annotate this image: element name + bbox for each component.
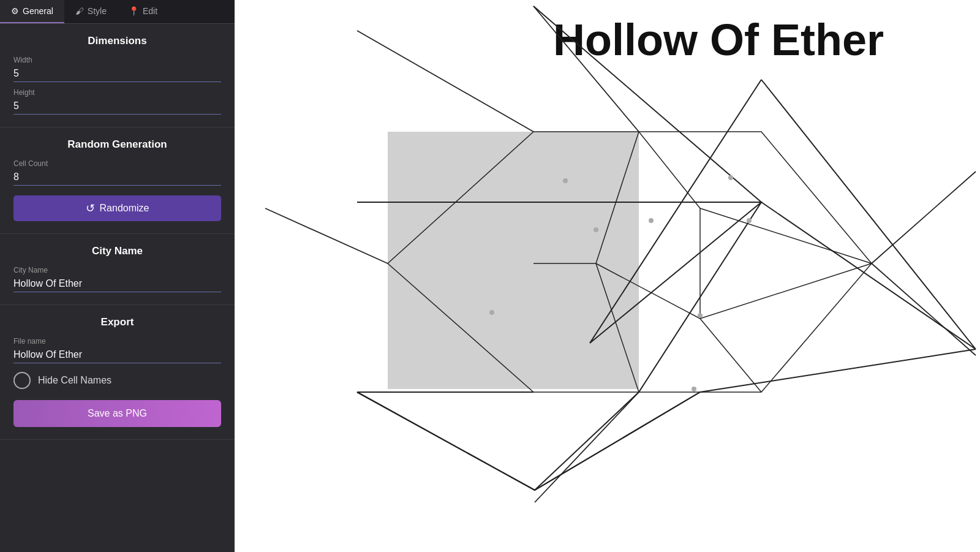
random-generation-section: Random Generation Cell Count ↺ Randomize [0,127,235,234]
height-input[interactable] [13,99,221,115]
tab-bar: ⚙ General 🖌 Style 📍 Edit [0,0,235,24]
width-label: Width [13,56,221,64]
star-arm-4 [872,263,976,355]
randomize-label: Randomize [100,203,149,214]
seed-dot-3 [594,227,598,232]
edit-icon: 📍 [129,6,139,16]
export-section: Export File name Hide Cell Names Save as… [0,305,235,440]
cell-line-9 [700,263,872,319]
tab-style-label: Style [88,6,107,16]
height-label: Height [13,88,221,97]
hide-cell-names-checkbox[interactable] [13,372,31,389]
star-arm-7 [265,208,388,263]
canvas-city-title: Hollow Of Ether [553,15,884,64]
tab-style[interactable]: 🖌 Style [64,0,118,23]
seed-dot-8 [692,387,696,391]
style-icon: 🖌 [75,6,84,16]
dimensions-title: Dimensions [13,35,221,47]
tab-edit[interactable]: 📍 Edit [118,0,168,23]
randomize-button[interactable]: ↺ Randomize [13,195,221,221]
star-arm-3 [872,172,976,263]
save-as-png-button[interactable]: Save as PNG [13,400,221,427]
seed-dot-2 [728,175,733,180]
star-arm-5 [535,392,639,502]
file-name-input[interactable] [13,347,221,363]
seed-dot-6 [489,310,494,315]
cell-line-6 [639,132,700,208]
city-name-label: City Name [13,266,221,274]
tab-edit-label: Edit [143,6,157,16]
tab-general[interactable]: ⚙ General [0,0,64,23]
save-label: Save as PNG [88,408,147,418]
star-arm-1 [357,31,533,132]
randomize-icon: ↺ [86,202,95,215]
canvas-svg: Hollow Of Ether [235,0,980,552]
file-name-label: File name [13,337,221,346]
random-generation-title: Random Generation [13,138,221,151]
cell-line-7 [700,208,872,263]
general-icon: ⚙ [11,6,19,16]
cell-count-input[interactable] [13,170,221,186]
seed-dot-5 [747,218,752,223]
export-title: Export [13,316,221,328]
dimensions-section: Dimensions Width Height [0,24,235,127]
city-name-title: City Name [13,245,221,257]
diagram-line-5 [357,392,700,490]
width-input[interactable] [13,66,221,82]
cell-count-label: Cell Count [13,159,221,168]
main-canvas: Hollow Of Ether [235,0,980,552]
city-name-input[interactable] [13,276,221,292]
map-background [388,132,639,389]
sidebar: ⚙ General 🖌 Style 📍 Edit Dimensions Widt… [0,0,235,552]
seed-dot-1 [563,178,568,183]
city-name-section: City Name City Name [0,234,235,305]
hide-cell-names-row: Hide Cell Names [13,372,221,389]
cell-line-8 [700,319,761,392]
diagram-line-3 [761,80,976,349]
hide-cell-names-label: Hide Cell Names [38,375,111,386]
seed-dot-4 [649,218,654,223]
tab-general-label: General [23,6,53,16]
seed-dot-7 [698,313,703,318]
